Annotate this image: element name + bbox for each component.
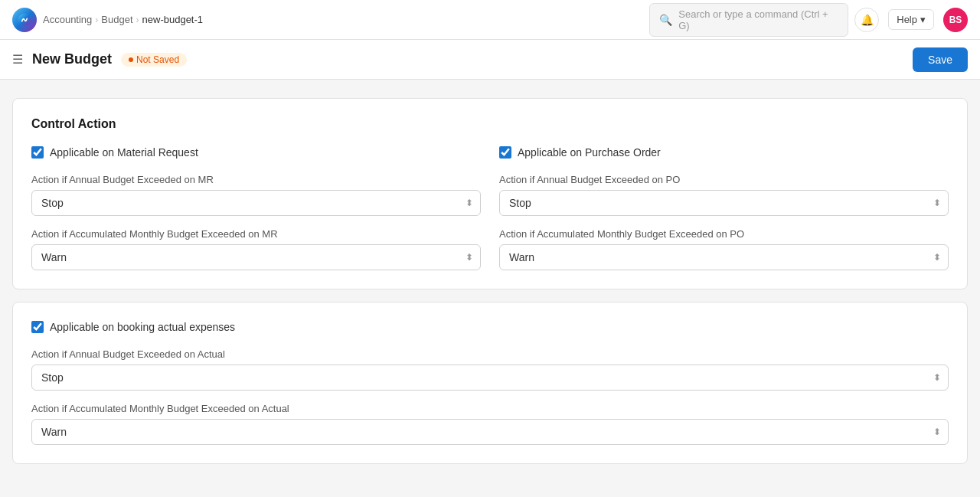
- breadcrumb-sep-1: ›: [95, 15, 98, 25]
- action-po-annual-group: Action if Annual Budget Exceeded on PO S…: [499, 174, 949, 216]
- bell-icon: 🔔: [861, 14, 874, 26]
- applicable-po-row: Applicable on Purchase Order: [499, 146, 949, 159]
- breadcrumb-accounting[interactable]: Accounting: [43, 14, 92, 25]
- booking-card: Applicable on booking actual expenses Ac…: [12, 302, 968, 464]
- help-label: Help: [897, 14, 917, 25]
- action-po-monthly-label: Action if Accumulated Monthly Budget Exc…: [499, 228, 949, 240]
- main-content: Control Action Applicable on Material Re…: [0, 80, 980, 495]
- action-actual-monthly-select-wrapper: Stop Warn Ignore ⬍: [31, 419, 949, 445]
- booking-fields: Action if Annual Budget Exceeded on Actu…: [31, 348, 949, 445]
- action-mr-annual-group: Action if Annual Budget Exceeded on MR S…: [31, 174, 481, 216]
- monthly-fields: Action if Accumulated Monthly Budget Exc…: [31, 228, 949, 270]
- breadcrumb-current: new-budget-1: [142, 14, 204, 25]
- applicable-booking-label: Applicable on booking actual expenses: [50, 321, 235, 333]
- applicable-booking-row: Applicable on booking actual expenses: [31, 321, 949, 333]
- applicable-booking-checkbox[interactable]: [31, 321, 44, 333]
- search-icon: 🔍: [659, 14, 672, 26]
- action-actual-annual-select[interactable]: Stop Warn Ignore: [31, 365, 949, 391]
- breadcrumb: Accounting › Budget › new-budget-1: [43, 14, 203, 25]
- action-mr-monthly-select[interactable]: Stop Warn Ignore: [31, 244, 481, 270]
- action-actual-monthly-group: Action if Accumulated Monthly Budget Exc…: [31, 403, 949, 445]
- action-po-monthly-select-wrapper: Stop Warn Ignore ⬍: [499, 244, 949, 270]
- control-action-card: Control Action Applicable on Material Re…: [12, 98, 968, 289]
- applicable-po-checkbox[interactable]: [499, 146, 511, 159]
- search-bar[interactable]: 🔍 Search or type a command (Ctrl + G): [649, 3, 848, 37]
- help-button[interactable]: Help ▾: [888, 9, 934, 30]
- breadcrumb-budget[interactable]: Budget: [101, 14, 132, 25]
- action-po-monthly-select[interactable]: Stop Warn Ignore: [499, 244, 949, 270]
- not-saved-label: Not Saved: [136, 54, 179, 65]
- action-mr-monthly-group: Action if Accumulated Monthly Budget Exc…: [31, 228, 481, 270]
- action-po-annual-select[interactable]: Stop Warn Ignore: [499, 190, 949, 216]
- action-actual-monthly-label: Action if Accumulated Monthly Budget Exc…: [31, 403, 949, 414]
- chevron-down-icon: ▾: [920, 14, 926, 25]
- notification-button[interactable]: 🔔: [854, 8, 879, 32]
- navbar-actions: 🔔 Help ▾ BS: [854, 8, 968, 32]
- action-actual-annual-label: Action if Annual Budget Exceeded on Actu…: [31, 348, 949, 360]
- applicable-po-label: Applicable on Purchase Order: [518, 146, 661, 159]
- action-mr-monthly-label: Action if Accumulated Monthly Budget Exc…: [31, 228, 481, 240]
- sub-header: ☰ New Budget Not Saved Save: [0, 40, 980, 80]
- avatar[interactable]: BS: [943, 8, 968, 32]
- annual-fields: Action if Annual Budget Exceeded on MR S…: [31, 174, 949, 216]
- action-po-annual-label: Action if Annual Budget Exceeded on PO: [499, 174, 949, 185]
- applicable-mr-label: Applicable on Material Request: [50, 146, 198, 159]
- app-logo: [12, 8, 37, 32]
- applicable-checkboxes: Applicable on Material Request Applicabl…: [31, 146, 949, 174]
- page-title: New Budget: [32, 51, 112, 67]
- search-placeholder: Search or type a command (Ctrl + G): [678, 8, 838, 31]
- control-action-title: Control Action: [31, 117, 949, 131]
- applicable-mr-row: Applicable on Material Request: [31, 146, 481, 159]
- action-mr-annual-label: Action if Annual Budget Exceeded on MR: [31, 174, 481, 185]
- action-actual-annual-group: Action if Annual Budget Exceeded on Actu…: [31, 348, 949, 391]
- menu-icon[interactable]: ☰: [12, 52, 23, 67]
- navbar: Accounting › Budget › new-budget-1 🔍 Sea…: [0, 0, 980, 40]
- action-mr-annual-select[interactable]: Stop Warn Ignore: [31, 190, 481, 216]
- action-mr-annual-select-wrapper: Stop Warn Ignore ⬍: [31, 190, 481, 216]
- breadcrumb-sep-2: ›: [136, 15, 139, 25]
- action-actual-annual-select-wrapper: Stop Warn Ignore ⬍: [31, 365, 949, 391]
- not-saved-dot: [129, 57, 133, 62]
- action-mr-monthly-select-wrapper: Stop Warn Ignore ⬍: [31, 244, 481, 270]
- applicable-mr-checkbox[interactable]: [31, 146, 44, 159]
- not-saved-badge: Not Saved: [121, 53, 187, 67]
- action-po-annual-select-wrapper: Stop Warn Ignore ⬍: [499, 190, 949, 216]
- save-button[interactable]: Save: [913, 47, 968, 72]
- action-po-monthly-group: Action if Accumulated Monthly Budget Exc…: [499, 228, 949, 270]
- action-actual-monthly-select[interactable]: Stop Warn Ignore: [31, 419, 949, 445]
